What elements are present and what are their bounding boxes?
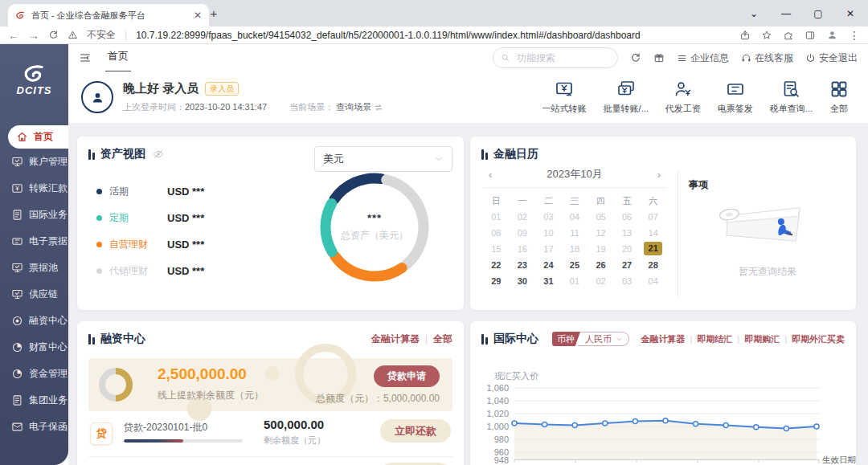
link-spot-fx-trading[interactable]: 即期外汇买卖	[792, 333, 845, 345]
calendar-day[interactable]: 15	[483, 241, 510, 257]
sidebar-item-label: 国际业务	[29, 208, 68, 222]
calendar-day[interactable]: 02	[510, 209, 536, 225]
calendar-day[interactable]: 07	[640, 209, 666, 225]
sidebar-item-1[interactable]: 首页	[8, 125, 68, 149]
calendar-next-icon[interactable]: ›	[655, 169, 663, 181]
quick-action-3[interactable]: 代发工资	[665, 80, 701, 115]
sidebar-item-9[interactable]: 财富中心	[0, 334, 68, 361]
calendar-day[interactable]: 27	[614, 257, 641, 273]
reload-icon[interactable]	[48, 30, 59, 40]
sidebar-item-4[interactable]: 国际业务	[0, 202, 68, 228]
calendar-day[interactable]: 31	[535, 273, 562, 289]
sidebar-item-7[interactable]: 供应链	[0, 281, 68, 308]
sidebar-item-11[interactable]: 集团业务	[0, 387, 68, 414]
calendar-day[interactable]: 22	[483, 257, 510, 273]
window-minimize-icon[interactable]: —	[770, 0, 802, 27]
calendar-day[interactable]: 24	[535, 257, 562, 273]
calendar-day[interactable]: 01	[562, 273, 588, 289]
calendar-prev-icon[interactable]: ‹	[486, 169, 494, 181]
tab-home[interactable]: 首页	[105, 43, 131, 72]
link-safe-logout[interactable]: 安全退出	[805, 51, 858, 65]
calendar-day[interactable]: 18	[562, 241, 588, 257]
calendar-day[interactable]: 10	[535, 225, 562, 241]
gift-icon[interactable]	[653, 52, 665, 63]
sidebar-item-3[interactable]: 转账汇款	[0, 175, 68, 202]
loan-name: 贷款-20230101-批0	[124, 421, 207, 434]
sidebar-item-8[interactable]: 融资中心	[0, 308, 68, 334]
profile-avatar-icon[interactable]	[826, 29, 838, 41]
link-all[interactable]: 全部	[433, 332, 452, 346]
calendar-day[interactable]: 06	[614, 209, 641, 225]
calendar-day[interactable]: 13	[614, 225, 641, 241]
link-finance-calculator[interactable]: 金融计算器	[371, 332, 420, 346]
forward-icon[interactable]: →	[28, 29, 39, 42]
switch-scene-icon[interactable]	[374, 103, 383, 112]
asset-legend: 活期USD ***定期USD ***自营理财USD ***代销理财USD ***	[96, 178, 204, 284]
calendar-day[interactable]: 01	[483, 209, 510, 225]
window-menu-icon[interactable]: ⌄	[738, 0, 770, 27]
window-close-icon[interactable]: ✕	[834, 0, 866, 27]
calendar-day[interactable]: 02	[588, 273, 614, 289]
extensions-puzzle-icon[interactable]	[783, 30, 794, 41]
sidebar-item-12[interactable]: 电子保函	[0, 414, 68, 440]
calendar-day[interactable]: 03	[535, 209, 562, 225]
calendar-day[interactable]: 25	[562, 257, 588, 273]
calendar-day[interactable]: 14	[640, 225, 666, 241]
window-maximize-icon[interactable]: ▢	[802, 0, 834, 27]
sidebar-item-2[interactable]: 账户管理	[0, 149, 68, 175]
share-icon[interactable]	[739, 30, 751, 41]
link-spot-settlement[interactable]: 即期结汇	[697, 333, 732, 345]
browser-tab[interactable]: 首页 - 企业综合金融服务平台 ✕	[8, 4, 209, 27]
currency-tag-select[interactable]: 人民币	[578, 332, 629, 346]
quick-action-6[interactable]: 全部	[829, 80, 849, 115]
calendar-day[interactable]: 12	[588, 225, 614, 241]
url-text[interactable]: 10.7.19.22:8999/fpaas_bucket/94154032_de…	[136, 30, 641, 41]
side-panel-icon[interactable]	[805, 30, 816, 41]
search-input[interactable]	[515, 51, 591, 64]
calendar-day[interactable]: 20	[614, 241, 641, 257]
tab-close-icon[interactable]: ✕	[194, 10, 202, 21]
quick-action-4[interactable]: 电票签发	[718, 80, 753, 115]
calendar-day[interactable]: 11	[562, 225, 588, 241]
calendar-day[interactable]: 19	[588, 241, 614, 257]
title-bars-icon	[481, 334, 488, 345]
calendar-day[interactable]: 03	[614, 273, 641, 289]
calendar-card-title: 金融日历	[481, 147, 538, 161]
link-finance-calculator[interactable]: 金融计算器	[641, 333, 685, 345]
repay-now-button[interactable]: 立即还款	[380, 419, 451, 443]
browser-menu-dots-icon[interactable]: ⋮	[849, 29, 860, 42]
refresh-icon[interactable]	[630, 52, 641, 63]
collapse-menu-icon[interactable]	[79, 51, 92, 64]
link-company-info[interactable]: 企业信息	[677, 51, 729, 65]
calendar-day[interactable]: 09	[510, 225, 536, 241]
function-search[interactable]	[493, 47, 618, 68]
calendar-day[interactable]: 05	[588, 209, 614, 225]
user-avatar[interactable]	[81, 81, 113, 113]
financial-calendar-card: 金融日历 ‹ 2023年10月 › 日一二三四五六010203040506070…	[470, 137, 856, 310]
sidebar-item-10[interactable]: 资金管理	[0, 361, 68, 387]
svg-text:980: 980	[494, 434, 509, 444]
calendar-day[interactable]: 16	[510, 241, 536, 257]
eye-off-icon[interactable]	[153, 149, 164, 160]
calendar-day[interactable]: 04	[562, 209, 588, 225]
calendar-day[interactable]: 30	[510, 273, 536, 289]
calendar-day[interactable]: 17	[535, 241, 562, 257]
new-tab-button[interactable]: +	[205, 6, 223, 23]
calendar-day[interactable]: 08	[483, 225, 510, 241]
quick-action-1[interactable]: 一站式转账	[542, 80, 587, 115]
link-spot-purchase[interactable]: 即期购汇	[744, 333, 780, 345]
sidebar-item-6[interactable]: 票据池	[0, 255, 68, 281]
link-online-service[interactable]: 在线客服	[741, 51, 793, 65]
calendar-day[interactable]: 04	[640, 273, 666, 289]
loan-apply-button[interactable]: 贷款申请	[374, 365, 440, 387]
calendar-day[interactable]: 26	[588, 257, 614, 273]
quick-action-5[interactable]: 税单查询...	[770, 80, 813, 115]
quick-action-2[interactable]: 批量转账/...	[604, 80, 649, 115]
calendar-day[interactable]: 29	[483, 273, 510, 289]
bookmark-star-icon[interactable]	[761, 30, 772, 41]
calendar-day[interactable]: 28	[640, 257, 666, 273]
calendar-day[interactable]: 23	[510, 257, 536, 273]
back-icon[interactable]: ←	[8, 29, 19, 42]
calendar-day-today[interactable]: 21	[644, 242, 662, 255]
sidebar-item-5[interactable]: 电子票据	[0, 228, 68, 255]
